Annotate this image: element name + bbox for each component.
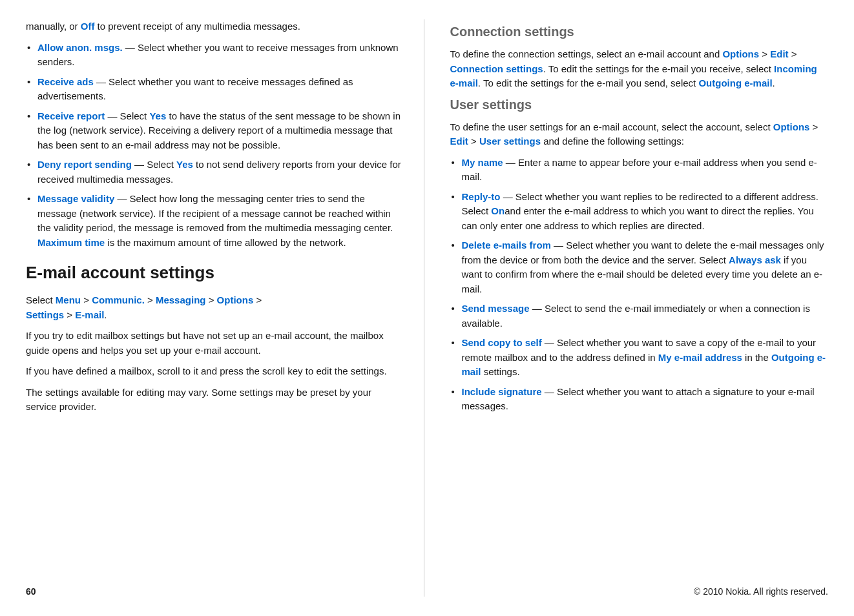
user-para-1: To define the user settings for an e-mai… <box>450 121 773 132</box>
user-bullet-term-4: Send message <box>462 303 530 314</box>
list-item: Send message — Select to send the e-mail… <box>450 302 829 331</box>
nav-sep4: > <box>253 294 262 305</box>
user-settings-para: To define the user settings for an e-mai… <box>450 120 829 149</box>
nav-sep5: > <box>64 309 75 320</box>
user-gt1: > <box>809 121 818 132</box>
nav-settings: Settings <box>26 309 64 320</box>
bullet-text-4a: — Select <box>132 159 176 170</box>
page-number: 60 <box>26 586 36 597</box>
user-bullet-on: On <box>491 205 505 216</box>
user-bullet-text-5b: in the <box>742 352 771 363</box>
left-column: manually, or Off to prevent receipt of a… <box>26 19 424 597</box>
user-bullet-term-2: Reply-to <box>462 191 501 202</box>
user-bullet-term-5: Send copy to self <box>462 337 542 348</box>
user-bullet-term-1: My name <box>462 157 503 168</box>
user-bullets: My name — Enter a name to appear before … <box>450 156 829 414</box>
intro-text: manually, or <box>26 21 81 32</box>
copyright-text: © 2010 Nokia. All rights reserved. <box>694 586 828 597</box>
nav-sep2: > <box>145 294 156 305</box>
list-item: Send copy to self — Select whether you w… <box>450 336 829 380</box>
nav-email: E-mail <box>75 309 104 320</box>
user-bullet-term-6: Include signature <box>462 386 542 397</box>
nav-path: Select Menu > Communic. > Messaging > Op… <box>26 293 404 322</box>
list-item: My name — Enter a name to appear before … <box>450 156 829 185</box>
nav-menu: Menu <box>56 294 81 305</box>
connection-settings-para: To define the connection settings, selec… <box>450 47 829 91</box>
list-item: Reply-to — Select whether you want repli… <box>450 190 829 234</box>
right-column: Connection settings To define the connec… <box>424 19 829 597</box>
intro-rest: to prevent receipt of any multimedia mes… <box>94 21 300 32</box>
intro-paragraph: manually, or Off to prevent receipt of a… <box>26 19 404 34</box>
user-options: Options <box>773 121 810 132</box>
conn-settings: Connection settings <box>450 63 543 74</box>
user-gt2: > <box>468 136 479 147</box>
nav-sep1: > <box>81 294 92 305</box>
user-settings-link: User settings <box>479 136 541 147</box>
user-bullet-text-5c: settings. <box>481 366 520 377</box>
connection-settings-title: Connection settings <box>450 25 829 39</box>
conn-edit: Edit <box>770 48 788 59</box>
left-bullets: Allow anon. msgs. — Select whether you w… <box>26 41 404 251</box>
list-item: Allow anon. msgs. — Select whether you w… <box>26 41 404 70</box>
email-section-title: E-mail account settings <box>26 263 404 283</box>
user-settings-title: User settings <box>450 98 829 112</box>
conn-para-3: . To edit the settings for the e-mail yo… <box>478 77 699 88</box>
page-footer: 60 © 2010 Nokia. All rights reserved. <box>0 580 854 603</box>
list-item: Message validity — Select how long the m… <box>26 192 404 250</box>
user-bullet-text-1: — Enter a name to appear before your e-m… <box>462 157 817 183</box>
nav-communic: Communic. <box>92 294 145 305</box>
user-bullet-always-ask: Always ask <box>729 254 781 265</box>
nav-select: Select <box>26 294 56 305</box>
conn-para-2: . To edit the settings for the e-mail yo… <box>543 63 774 74</box>
conn-para-1: To define the connection settings, selec… <box>450 48 723 59</box>
user-edit: Edit <box>450 136 468 147</box>
conn-gt2: > <box>789 48 797 59</box>
bullet-text-3a: — Select <box>105 110 149 121</box>
bullet-term-4: Deny report sending <box>37 159 132 170</box>
bullet-yes-4: Yes <box>176 159 193 170</box>
user-bullet-my-email: My e-mail address <box>658 352 742 363</box>
nav-sep3: > <box>205 294 216 305</box>
nav-messaging: Messaging <box>156 294 206 305</box>
bullet-yes-3: Yes <box>149 110 166 121</box>
conn-outgoing: Outgoing e-mail <box>698 77 772 88</box>
bullet-term-1: Allow anon. msgs. <box>37 42 123 53</box>
page-container: manually, or Off to prevent receipt of a… <box>0 0 854 616</box>
bullet-max-time: Maximum time <box>37 237 105 248</box>
email-para2: If you have defined a mailbox, scroll to… <box>26 364 404 379</box>
list-item: Receive ads — Select whether you want to… <box>26 75 404 104</box>
conn-options: Options <box>722 48 759 59</box>
bullet-term-3: Receive report <box>37 110 105 121</box>
email-para1: If you try to edit mailbox settings but … <box>26 329 404 358</box>
bullet-term-5: Message validity <box>37 193 114 204</box>
user-para-2: and define the following settings: <box>541 136 684 147</box>
bullet-term-2: Receive ads <box>37 76 94 87</box>
nav-options: Options <box>217 294 254 305</box>
user-bullet-term-3: Delete e-mails from <box>462 240 551 251</box>
conn-end: . <box>773 77 775 88</box>
list-item: Include signature — Select whether you w… <box>450 385 829 414</box>
intro-off: Off <box>81 21 95 32</box>
user-bullet-text-2b: and enter the e-mail address to which yo… <box>462 205 814 231</box>
bullet-text-5b: is the maximum amount of time allowed by… <box>105 237 346 248</box>
email-para3: The settings available for editing may v… <box>26 385 404 415</box>
list-item: Deny report sending — Select Yes to not … <box>26 158 404 187</box>
list-item: Receive report — Select Yes to have the … <box>26 109 404 153</box>
list-item: Delete e-mails from — Select whether you… <box>450 238 829 296</box>
nav-period: . <box>104 309 107 320</box>
conn-gt1: > <box>759 48 770 59</box>
